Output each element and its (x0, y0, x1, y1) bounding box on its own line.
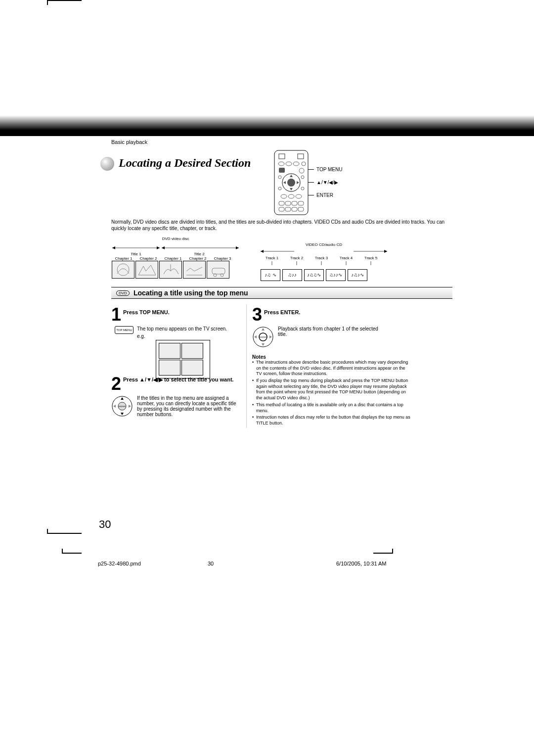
cd-diagram-label: VIDEO CD/audio CD (260, 242, 388, 247)
track-thumb-icon: ♪♫♫∿ (304, 269, 324, 281)
svg-point-8 (299, 168, 304, 173)
svg-point-21 (296, 194, 302, 198)
chapter-thumb-icon (207, 261, 229, 279)
svg-marker-44 (384, 250, 387, 253)
step-number: 1 (111, 304, 121, 325)
title1-label: Title 1 (111, 252, 161, 256)
svg-rect-2 (298, 154, 304, 159)
footer-date: 6/10/2005, 10:31 AM (336, 561, 387, 567)
svg-rect-26 (279, 207, 284, 211)
svg-point-36 (117, 264, 129, 276)
dvd-badge-icon: DVD (116, 290, 130, 296)
svg-rect-29 (298, 207, 304, 211)
dvd-disc-diagram: DVD video disc Title 1 Title 2 Chapter 1… (111, 236, 240, 279)
crop-mark (47, 533, 82, 534)
page-title: Locating a Desired Section (119, 156, 251, 170)
svg-marker-53 (121, 397, 124, 400)
svg-marker-62 (254, 335, 257, 338)
svg-marker-60 (262, 328, 265, 331)
svg-marker-31 (112, 246, 115, 249)
note-item: This method of locating a title is avail… (252, 402, 410, 414)
remote-top-menu-label: TOP MENU (316, 167, 342, 172)
svg-marker-55 (113, 405, 116, 408)
svg-rect-25 (298, 201, 304, 205)
svg-marker-12 (290, 188, 293, 190)
leader-line (308, 195, 314, 195)
title-bullet-icon (100, 157, 114, 171)
notes-section: Notes The instructions above describe ba… (252, 354, 410, 427)
svg-marker-61 (262, 343, 265, 346)
remote-enter-label: ENTER (316, 192, 333, 198)
svg-marker-63 (269, 335, 272, 338)
column-divider (246, 304, 247, 428)
svg-marker-54 (121, 413, 124, 415)
svg-point-17 (278, 187, 281, 190)
note-item: The instructions above describe basic pr… (252, 360, 410, 377)
intro-text: Normally, DVD video discs are divided in… (111, 219, 450, 232)
svg-rect-22 (279, 201, 284, 205)
header-bar (0, 130, 534, 136)
footer-page: 30 (208, 561, 214, 567)
svg-rect-24 (292, 201, 297, 205)
crop-mark (62, 549, 63, 554)
leader-line (308, 169, 314, 170)
chapter-label: Chapter 1 (111, 256, 136, 261)
cd-diagram: VIDEO CD/audio CD Track 1 Track 2 Track … (260, 242, 388, 281)
notes-heading: Notes (252, 354, 410, 360)
svg-point-18 (301, 187, 304, 190)
step-title: Press ENTER. (264, 309, 300, 315)
track-thumb-icon: ♫♪♪ (282, 269, 302, 281)
chapter-thumb-icon (159, 261, 182, 279)
crop-mark (47, 0, 48, 5)
crop-mark (392, 549, 393, 554)
crop-mark (47, 529, 48, 534)
leader-line (308, 182, 314, 183)
track-label: Track 5 (358, 256, 383, 260)
svg-marker-34 (162, 246, 165, 249)
track-label: Track 4 (334, 256, 358, 260)
svg-point-10 (287, 179, 295, 187)
tv-screen-example (156, 340, 210, 378)
svg-rect-28 (292, 207, 297, 211)
note-item: If you display the top menu during playb… (252, 378, 410, 401)
chapter-thumb-icon (135, 261, 158, 279)
top-menu-button-icon: TOP MENU (115, 326, 134, 334)
chapter-thumb-icon (183, 261, 206, 279)
step-title: Press TOP MENU. (123, 309, 170, 315)
step-body: If the titles in the top menu are assign… (137, 395, 240, 417)
chapter-label: Chapter 2 (185, 256, 210, 261)
track-label: Track 3 (309, 256, 334, 260)
section-header: DVD Locating a title using the top menu (111, 287, 452, 299)
chapter-label: Chapter 2 (136, 256, 161, 261)
note-item: Instruction notes of discs may refer to … (252, 415, 410, 426)
svg-point-4 (286, 162, 292, 166)
track-thumb-icon: ♫♪♪∿ (326, 269, 346, 281)
title2-label: Title 2 (161, 252, 238, 256)
svg-point-19 (281, 194, 287, 198)
step-number: 3 (252, 304, 262, 325)
svg-rect-23 (285, 201, 291, 205)
track-thumb-icon: ♪♫ ∿ (261, 269, 280, 281)
svg-marker-11 (290, 175, 293, 177)
section-label: Basic playback (111, 139, 147, 145)
section-header-text: Locating a title using the top menu (134, 289, 248, 297)
step-3: 3 Press ENTER. ENTER Playback starts fro… (252, 304, 381, 350)
chapter-label: Chapter 3 (210, 256, 235, 261)
chapter-thumb-icon (112, 261, 134, 279)
enter-pad-icon: ENTER (252, 326, 274, 348)
svg-rect-27 (285, 207, 291, 211)
svg-text:ENTER: ENTER (119, 405, 126, 408)
chapter-label: Chapter 1 (161, 256, 185, 261)
crop-mark (373, 553, 393, 554)
svg-marker-13 (283, 181, 286, 184)
svg-point-16 (301, 176, 304, 179)
title-thumb-icon (159, 343, 180, 359)
svg-rect-38 (212, 268, 225, 274)
svg-point-5 (293, 162, 299, 166)
svg-rect-7 (279, 168, 285, 173)
svg-text:ENTER: ENTER (260, 336, 267, 338)
svg-point-6 (302, 162, 306, 166)
remote-illustration (274, 150, 309, 215)
svg-marker-35 (236, 246, 239, 249)
footer-filename: p25-32-4980.pmd (98, 561, 141, 567)
